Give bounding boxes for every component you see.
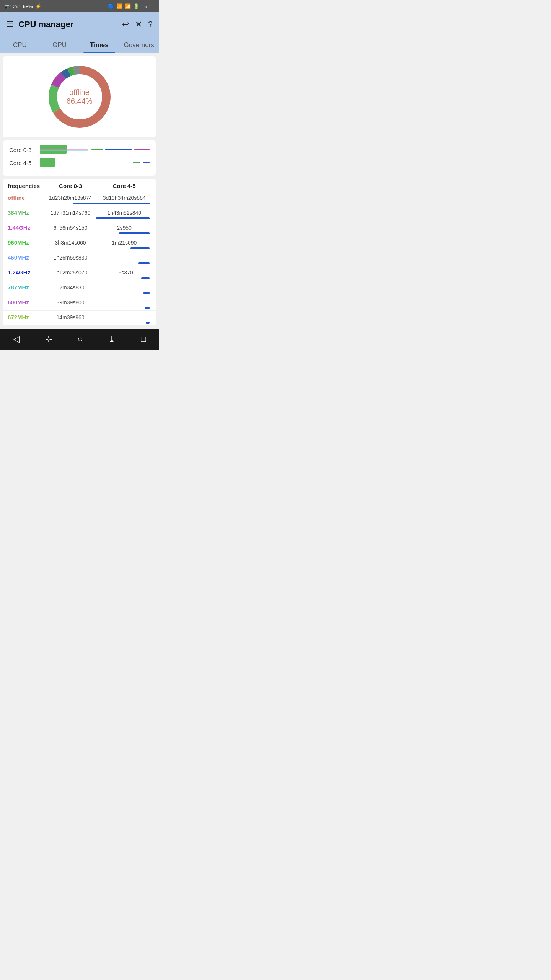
- freq-core03-787: 52m34s830: [44, 283, 98, 292]
- camera-icon: 📷: [5, 3, 11, 9]
- freq-core45-787: [97, 286, 151, 289]
- freq-core45-144ghz: 2s950: [97, 223, 151, 232]
- freq-bar-blue-offline: [73, 203, 150, 204]
- back-button[interactable]: ↩: [122, 20, 129, 29]
- core-right-indicators-03: [91, 149, 150, 150]
- signal-icon: 68%: [23, 3, 33, 9]
- freq-bar-672: [8, 322, 151, 324]
- core-row-45: Core 4-5: [9, 158, 150, 167]
- freq-bar-blue-144ghz: [119, 232, 150, 234]
- help-button[interactable]: ?: [148, 20, 153, 29]
- freq-core45-600: [97, 301, 151, 304]
- freq-row-offline: offline 1d23h20m13s874 3d19h34m20s884: [3, 191, 156, 206]
- freq-bar-144ghz: [8, 232, 151, 234]
- freq-row-data-960: 960MHz 3h3m14s060 1m21s090: [8, 238, 151, 247]
- menu-icon[interactable]: ☰: [6, 20, 14, 29]
- freq-name-124ghz: 1.24GHz: [8, 268, 44, 277]
- time-display: 19:11: [142, 3, 154, 9]
- donut-chart: offline 66.44%: [45, 62, 114, 131]
- tab-bar: CPU GPU Times Governors: [0, 37, 159, 53]
- tab-times[interactable]: Times: [80, 37, 119, 53]
- freq-row-data-787: 787MHz 52m34s830: [8, 283, 151, 292]
- freq-bar-460: [8, 262, 151, 264]
- freq-core03-124ghz: 1h12m25s070: [44, 268, 98, 277]
- donut-center-text1: offline: [67, 88, 93, 97]
- freq-table-header: frequencies Core 0-3 Core 4-5: [3, 179, 156, 191]
- indicator-blue-03: [105, 149, 132, 150]
- freq-row-124ghz: 1.24GHz 1h12m25s070 16s370: [3, 266, 156, 281]
- status-left-icons: 📷 29° 68% ⚡: [5, 3, 41, 9]
- freq-bar-blue-672: [146, 322, 150, 324]
- tab-governors[interactable]: Governors: [119, 37, 159, 53]
- indicator-purple-03: [134, 149, 150, 150]
- back-nav-icon[interactable]: ◁: [13, 334, 20, 344]
- freq-name-787: 787MHz: [8, 283, 44, 292]
- collapse-nav-icon[interactable]: ⊹: [45, 334, 52, 344]
- freq-core03-960: 3h3m14s060: [44, 238, 98, 247]
- freq-row-960: 960MHz 3h3m14s060 1m21s090: [3, 236, 156, 251]
- bluetooth-icon: 🔵: [108, 3, 114, 9]
- freq-bar-blue-384: [96, 217, 150, 219]
- donut-label: offline 66.44%: [67, 88, 93, 106]
- indicator-green-45: [133, 162, 140, 163]
- freq-row-data-460: 460MHz 1h26m59s830: [8, 253, 151, 262]
- core-bars-section: Core 0-3 Core 4-5: [3, 140, 156, 176]
- freq-name-600: 600MHz: [8, 297, 44, 307]
- freq-header-core03: Core 0-3: [44, 183, 98, 189]
- freq-bar-offline: [8, 203, 151, 204]
- freq-bar-124ghz: [8, 277, 151, 279]
- freq-bar-blue-787: [143, 292, 150, 294]
- bottom-nav: ◁ ⊹ ○ ⤓ □: [0, 329, 159, 350]
- donut-center-text2: 66.44%: [67, 97, 93, 106]
- freq-core45-672: [97, 316, 151, 319]
- freq-bar-384: [8, 217, 151, 219]
- freq-core03-460: 1h26m59s830: [44, 253, 98, 262]
- usb-icon: ⚡: [35, 3, 41, 9]
- freq-header-core45: Core 4-5: [97, 183, 151, 189]
- core-label-45: Core 4-5: [9, 160, 37, 166]
- core-bar-track-45: [40, 158, 130, 167]
- freq-core45-offline: 3d19h34m20s884: [97, 193, 151, 203]
- freq-row-460: 460MHz 1h26m59s830: [3, 251, 156, 266]
- freq-bar-600: [8, 307, 151, 309]
- freq-name-672: 672MHz: [8, 312, 44, 322]
- freq-header-frequencies: frequencies: [8, 183, 44, 189]
- freq-row-data-124ghz: 1.24GHz 1h12m25s070 16s370: [8, 268, 151, 277]
- close-button[interactable]: ✕: [135, 20, 142, 29]
- freq-row-600: 600MHz 39m39s800: [3, 296, 156, 311]
- freq-name-960: 960MHz: [8, 238, 44, 247]
- status-right-icons: 🔵 📶 📶 🔋 19:11: [108, 3, 154, 9]
- status-bar: 📷 29° 68% ⚡ 🔵 📶 📶 🔋 19:11: [0, 0, 159, 12]
- freq-row-data-672: 672MHz 14m39s960: [8, 312, 151, 322]
- wifi-icon: 📶: [116, 3, 122, 9]
- freq-core45-124ghz: 16s370: [97, 268, 151, 277]
- top-actions: ↩ ✕ ?: [122, 20, 153, 29]
- freq-core03-offline: 1d23h20m13s874: [44, 193, 98, 203]
- tab-gpu[interactable]: GPU: [40, 37, 80, 53]
- freq-bar-blue-460: [138, 262, 150, 264]
- indicator-blue-45: [143, 162, 150, 163]
- temp-icon: 29°: [13, 3, 21, 9]
- freq-core03-672: 14m39s960: [44, 313, 98, 322]
- freq-row-data-384: 384MHz 1d7h31m14s760 1h43m52s840: [8, 208, 151, 217]
- core-bar-green-45: [40, 158, 55, 167]
- download-nav-icon[interactable]: ⤓: [108, 334, 115, 344]
- freq-row-data-600: 600MHz 39m39s800: [8, 297, 151, 307]
- freq-core03-144ghz: 6h56m54s150: [44, 223, 98, 232]
- battery-icon: 🔋: [133, 3, 139, 9]
- home-nav-icon[interactable]: ○: [78, 334, 83, 344]
- tab-cpu[interactable]: CPU: [0, 37, 40, 53]
- freq-core45-384: 1h43m52s840: [97, 208, 151, 217]
- freq-name-offline: offline: [8, 193, 44, 203]
- freq-row-787: 787MHz 52m34s830: [3, 281, 156, 296]
- core-label-03: Core 0-3: [9, 147, 37, 153]
- recents-nav-icon[interactable]: □: [141, 334, 146, 344]
- core-bar-track-03: [40, 145, 88, 154]
- freq-row-data-144ghz: 1.44GHz 6h56m54s150 2s950: [8, 223, 151, 232]
- freq-bar-blue-124ghz: [141, 277, 150, 279]
- core-right-indicators-45: [133, 162, 150, 163]
- freq-bar-blue-600: [145, 307, 150, 309]
- freq-row-384: 384MHz 1d7h31m14s760 1h43m52s840: [3, 206, 156, 221]
- freq-row-672: 672MHz 14m39s960: [3, 311, 156, 326]
- indicator-green-03: [91, 149, 103, 150]
